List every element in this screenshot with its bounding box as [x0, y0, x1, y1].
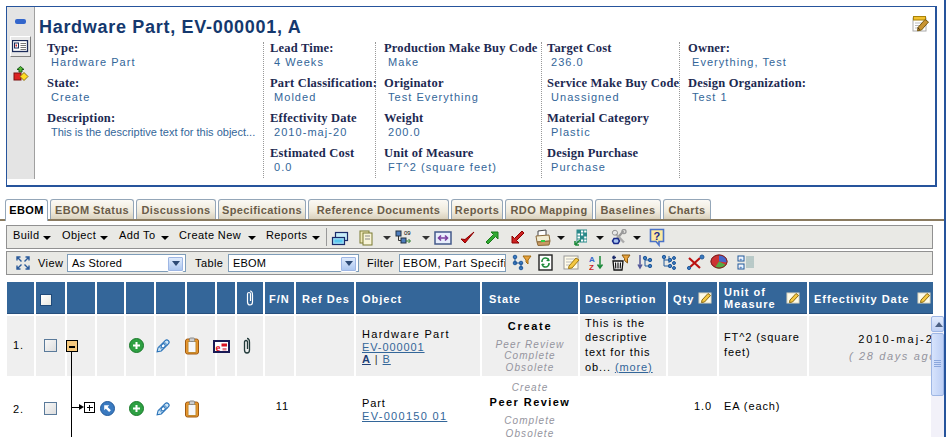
svg-text:+: + [739, 256, 742, 262]
svg-text:e: e [216, 341, 221, 353]
svg-text:Z: Z [589, 263, 594, 271]
svg-text:09: 09 [404, 230, 411, 236]
svg-text:+: + [739, 264, 742, 270]
svg-text:?: ? [654, 230, 661, 242]
